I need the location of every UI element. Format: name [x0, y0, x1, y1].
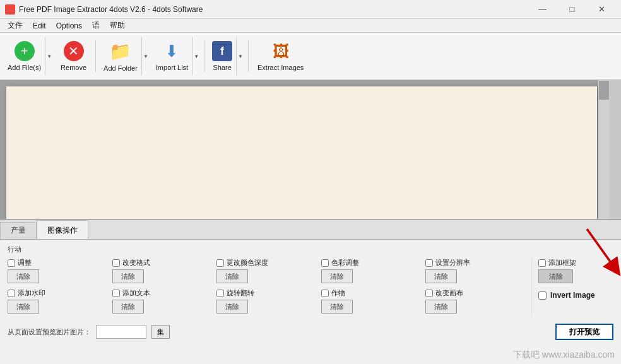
- add-folder-icon: 📁: [109, 41, 131, 62]
- tab-content: 行动 调整 清除: [0, 240, 621, 345]
- action-adjust-label: 调整: [18, 258, 32, 267]
- menu-help[interactable]: 帮助: [105, 19, 130, 32]
- add-folder-label: Add Folder: [104, 64, 138, 72]
- title-bar: Free PDF Image Extractor 4dots V2.6 - 4d…: [0, 0, 621, 19]
- action-color-depth-clear[interactable]: 清除: [216, 269, 248, 283]
- add-files-label: Add File(s): [8, 64, 41, 71]
- action-color-adjust-label: 色彩调整: [331, 258, 359, 267]
- action-add-text-checkbox[interactable]: [112, 290, 120, 297]
- import-list-label: Import List: [156, 64, 188, 71]
- action-row-1: 调整 清除 改变格式 清除: [8, 258, 525, 283]
- action-add-text-label: 添加文本: [122, 288, 150, 298]
- separator-3: [248, 40, 249, 72]
- vertical-scrollbar[interactable]: [598, 80, 610, 219]
- action-color-adjust-check-row: 色彩调整: [321, 258, 421, 267]
- separator-2: [204, 40, 204, 72]
- action-crop-check-row: 作物: [321, 288, 421, 298]
- action-change-canvas-label: 改变画布: [435, 288, 463, 298]
- remove-icon: ✕: [64, 41, 84, 61]
- action-row-2: 添加水印 清除 添加文本 清除: [8, 288, 525, 314]
- action-crop-clear[interactable]: 清除: [321, 300, 353, 314]
- action-change-format: 改变格式 清除: [112, 258, 212, 283]
- tab-image-ops[interactable]: 图像操作: [37, 220, 88, 239]
- action-change-format-check-row: 改变格式: [112, 258, 212, 267]
- action-color-adjust-clear[interactable]: 清除: [321, 269, 353, 283]
- action-set-resolution-check-row: 设置分辨率: [425, 258, 525, 267]
- actions-right: 添加框架 清除 Invert Image: [531, 258, 613, 316]
- from-page-label: 从页面设置预览图片图片：: [8, 327, 91, 337]
- share-button[interactable]: f Share ▼: [208, 37, 244, 75]
- page-input[interactable]: [96, 325, 146, 339]
- scrollbar-thumb[interactable]: [599, 81, 609, 100]
- action-change-format-clear[interactable]: 清除: [112, 269, 144, 283]
- actions-layout: 调整 清除 改变格式 清除: [8, 258, 613, 316]
- extract-images-label: Extract Images: [257, 64, 304, 71]
- action-set-resolution-clear[interactable]: 清除: [425, 269, 457, 283]
- action-add-text-clear[interactable]: 清除: [112, 300, 144, 314]
- add-frame-clear[interactable]: 清除: [538, 269, 573, 283]
- extract-images-button[interactable]: 🖼 Extract Images: [252, 37, 309, 75]
- actions-section-title: 行动: [8, 245, 613, 254]
- action-change-canvas-clear[interactable]: 清除: [425, 300, 457, 314]
- action-add-text: 添加文本 清除: [112, 288, 212, 314]
- action-adjust-clear[interactable]: 清除: [8, 269, 39, 283]
- import-list-button[interactable]: ⬇ Import List ▼: [152, 37, 200, 75]
- action-set-resolution-checkbox[interactable]: [425, 259, 433, 267]
- separator-1: [95, 40, 96, 72]
- action-color-adjust: 色彩调整 清除: [321, 258, 421, 283]
- collect-button[interactable]: 集: [151, 325, 170, 339]
- action-rotate-flip-checkbox[interactable]: [216, 290, 224, 297]
- remove-button[interactable]: ✕ Remove: [56, 37, 92, 75]
- action-set-resolution: 设置分辨率 清除: [425, 258, 525, 283]
- menu-lang[interactable]: 语: [87, 19, 105, 32]
- tab-bar: 产量 图像操作: [0, 220, 621, 240]
- import-list-icon: ⬇: [165, 42, 179, 61]
- add-files-icon: +: [15, 41, 35, 61]
- action-crop: 作物 清除: [321, 288, 421, 314]
- import-list-dropdown-icon[interactable]: ▼: [194, 54, 199, 59]
- action-change-canvas-checkbox[interactable]: [425, 290, 433, 297]
- bottom-panel: 产量 图像操作 行动 调整 清除: [0, 219, 621, 364]
- action-change-canvas-check-row: 改变画布: [425, 288, 525, 298]
- invert-image-checkbox[interactable]: [538, 291, 547, 300]
- add-files-button[interactable]: + Add File(s) ▼: [4, 37, 53, 75]
- add-frame-checkbox[interactable]: [538, 259, 546, 267]
- pdf-panel: [0, 80, 610, 219]
- action-adjust-checkbox[interactable]: [8, 259, 15, 267]
- toolbar: + Add File(s) ▼ ✕ Remove 📁 Add Folder ▼ …: [0, 33, 621, 80]
- share-dropdown-icon[interactable]: ▼: [238, 54, 243, 59]
- action-rotate-flip-check-row: 旋转翻转: [216, 288, 316, 298]
- bottom-row: 从页面设置预览图片图片： 集 打开预览: [8, 324, 613, 340]
- pdf-preview: [6, 86, 597, 219]
- action-rotate-flip: 旋转翻转 清除: [216, 288, 316, 314]
- action-color-adjust-checkbox[interactable]: [321, 259, 329, 267]
- action-color-depth-check-row: 更改颜色深度: [216, 258, 316, 267]
- action-watermark-clear[interactable]: 清除: [8, 300, 39, 314]
- share-icon: f: [212, 41, 232, 61]
- maximize-button[interactable]: □: [558, 1, 586, 18]
- invert-image-label: Invert Image: [550, 291, 595, 300]
- menu-bar: 文件 Edit Options 语 帮助: [0, 19, 621, 33]
- window-title: Free PDF Image Extractor 4dots V2.6 - 4d…: [19, 5, 203, 14]
- action-rotate-flip-clear[interactable]: 清除: [216, 300, 248, 314]
- open-preview-button[interactable]: 打开预览: [555, 324, 613, 340]
- action-color-depth: 更改颜色深度 清除: [216, 258, 316, 283]
- action-change-canvas: 改变画布 清除: [425, 288, 525, 314]
- add-folder-button[interactable]: 📁 Add Folder ▼: [100, 37, 150, 75]
- menu-file[interactable]: 文件: [3, 19, 28, 32]
- minimize-button[interactable]: —: [528, 1, 557, 18]
- action-watermark-checkbox[interactable]: [8, 290, 15, 297]
- action-change-format-checkbox[interactable]: [112, 259, 120, 267]
- action-crop-label: 作物: [331, 288, 345, 298]
- add-folder-dropdown-icon[interactable]: ▼: [143, 54, 148, 59]
- app-icon: [5, 4, 15, 15]
- add-files-dropdown-icon[interactable]: ▼: [47, 54, 52, 59]
- extract-images-icon: 🖼: [273, 42, 289, 61]
- action-color-depth-checkbox[interactable]: [216, 259, 224, 267]
- menu-options[interactable]: Options: [51, 20, 87, 32]
- action-crop-checkbox[interactable]: [321, 290, 329, 297]
- add-frame-check-row: 添加框架: [538, 258, 613, 267]
- menu-edit[interactable]: Edit: [28, 20, 51, 32]
- tab-output[interactable]: 产量: [0, 222, 37, 239]
- close-button[interactable]: ✕: [588, 1, 616, 18]
